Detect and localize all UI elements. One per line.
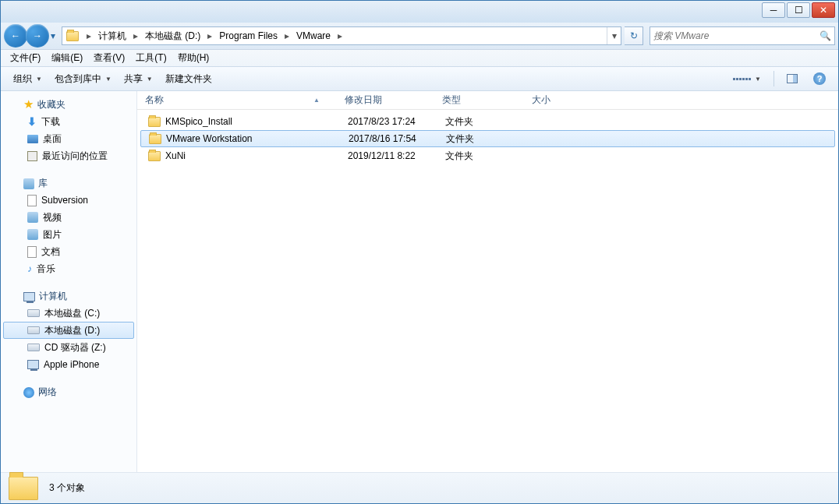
sidebar-item-iphone[interactable]: Apple iPhone: [1, 356, 136, 373]
folder-icon: [149, 134, 161, 144]
menu-file[interactable]: 文件(F): [5, 50, 45, 66]
sidebar-item-drive-c[interactable]: 本地磁盘 (C:): [1, 305, 136, 322]
new-folder-button[interactable]: 新建文件夹: [159, 69, 218, 89]
drive-icon: [27, 309, 40, 317]
body: ★收藏夹 ⬇下载 桌面 最近访问的位置 库 Subversion 视频 图片 文…: [1, 91, 838, 472]
refresh-button[interactable]: ↻: [625, 26, 643, 45]
folder-icon: [148, 117, 161, 127]
network-icon: [23, 387, 34, 398]
close-icon: ✕: [820, 5, 827, 16]
rows-container: KMSpico_Install 2017/8/23 17:24 文件夹 VMwa…: [137, 110, 838, 472]
minimize-button[interactable]: ─: [762, 2, 785, 18]
sidebar-group-favorites: ★收藏夹 ⬇下载 桌面 最近访问的位置: [1, 96, 136, 164]
title-bar: ─ ☐ ✕: [1, 1, 838, 23]
view-controls: ▼ ?: [727, 69, 832, 88]
sidebar-item-music[interactable]: ♪音乐: [1, 260, 136, 277]
preview-pane-icon: [787, 74, 798, 83]
sidebar-group-libraries: 库 Subversion 视频 图片 文档 ♪音乐: [1, 175, 136, 277]
sidebar-item-recent[interactable]: 最近访问的位置: [1, 147, 136, 164]
picture-icon: [27, 229, 38, 240]
file-row[interactable]: KMSpico_Install 2017/8/23 17:24 文件夹: [140, 113, 835, 130]
sidebar-header-computer[interactable]: 计算机: [1, 288, 136, 305]
chevron-right-icon[interactable]: ▸: [204, 27, 216, 44]
view-mode-button[interactable]: ▼: [727, 72, 767, 86]
chevron-right-icon[interactable]: ▸: [83, 27, 95, 44]
back-button[interactable]: ←: [4, 24, 27, 48]
minimize-icon: ─: [770, 5, 777, 16]
folder-icon: [9, 477, 38, 500]
view-mode-icon: [733, 78, 751, 80]
refresh-icon: ↻: [630, 30, 638, 41]
chevron-down-icon: ▼: [36, 76, 42, 83]
chevron-right-icon[interactable]: ▸: [129, 27, 142, 44]
search-icon[interactable]: 🔍: [820, 30, 831, 41]
sidebar-header-network[interactable]: 网络: [1, 384, 136, 400]
search-input[interactable]: [653, 30, 820, 41]
sidebar-item-pictures[interactable]: 图片: [1, 226, 136, 243]
chevron-down-icon: ▾: [51, 30, 55, 41]
menu-edit[interactable]: 编辑(E): [47, 50, 87, 66]
nav-buttons: ← → ▾: [4, 24, 58, 48]
folder-icon: [65, 28, 80, 44]
toolbar: 组织▼ 包含到库中▼ 共享▼ 新建文件夹 ▼ ?: [1, 66, 838, 91]
status-count: 3 个对象: [49, 481, 85, 495]
column-date[interactable]: 修改日期: [340, 93, 437, 107]
chevron-right-icon[interactable]: ▸: [281, 27, 293, 44]
menu-tools[interactable]: 工具(T): [131, 50, 171, 66]
maximize-button[interactable]: ☐: [787, 2, 810, 18]
forward-button[interactable]: →: [26, 24, 49, 48]
explorer-window: ─ ☐ ✕ ← → ▾ ▸ 计算机 ▸ 本地磁盘 (D:) ▸ Program …: [0, 0, 839, 504]
breadcrumb-vmware[interactable]: VMware: [293, 27, 334, 44]
breadcrumb-program-files[interactable]: Program Files: [216, 27, 281, 44]
computer-icon: [23, 292, 35, 301]
column-headers: 名称▲ 修改日期 类型 大小: [137, 91, 838, 110]
sidebar-header-favorites[interactable]: ★收藏夹: [1, 96, 136, 113]
help-button[interactable]: ?: [807, 69, 832, 88]
maximize-icon: ☐: [795, 5, 803, 16]
share-button[interactable]: 共享▼: [118, 69, 159, 89]
sidebar-item-drive-d[interactable]: 本地磁盘 (D:): [3, 322, 134, 339]
chevron-down-icon: ▼: [755, 76, 761, 83]
breadcrumb-drive-d[interactable]: 本地磁盘 (D:): [142, 27, 204, 44]
close-button[interactable]: ✕: [812, 2, 835, 18]
sidebar-item-videos[interactable]: 视频: [1, 209, 136, 226]
help-icon: ?: [813, 72, 826, 85]
device-icon: [27, 360, 39, 369]
folder-icon: [148, 151, 161, 161]
sidebar-group-computer: 计算机 本地磁盘 (C:) 本地磁盘 (D:) CD 驱动器 (Z:) Appl…: [1, 288, 136, 373]
file-row[interactable]: XuNi 2019/12/11 8:22 文件夹: [140, 147, 835, 164]
sidebar-group-network: 网络: [1, 384, 136, 400]
nav-history-dropdown[interactable]: ▾: [48, 24, 58, 48]
document-icon: [27, 246, 37, 258]
sidebar-item-downloads[interactable]: ⬇下载: [1, 113, 136, 130]
file-list: 名称▲ 修改日期 类型 大小 KMSpico_Install 2017/8/23…: [137, 91, 838, 472]
column-name[interactable]: 名称▲: [137, 93, 340, 107]
document-icon: [27, 195, 37, 206]
address-bar[interactable]: ▸ 计算机 ▸ 本地磁盘 (D:) ▸ Program Files ▸ VMwa…: [62, 26, 621, 45]
breadcrumb-computer[interactable]: 计算机: [95, 27, 129, 44]
music-icon: ♪: [27, 263, 32, 274]
menu-view[interactable]: 查看(V): [89, 50, 129, 66]
sidebar-item-desktop[interactable]: 桌面: [1, 130, 136, 147]
address-dropdown[interactable]: ▾: [607, 27, 621, 44]
sidebar-item-documents[interactable]: 文档: [1, 243, 136, 260]
search-box[interactable]: 🔍: [650, 26, 835, 45]
sidebar-header-libraries[interactable]: 库: [1, 175, 136, 192]
chevron-right-icon[interactable]: ▸: [334, 27, 346, 44]
sidebar-item-cd-drive[interactable]: CD 驱动器 (Z:): [1, 339, 136, 356]
file-row[interactable]: VMware Workstation 2017/8/16 17:54 文件夹: [140, 130, 835, 147]
nav-row: ← → ▾ ▸ 计算机 ▸ 本地磁盘 (D:) ▸ Program Files …: [1, 23, 838, 49]
cd-drive-icon: [27, 344, 40, 351]
column-type[interactable]: 类型: [437, 93, 527, 107]
menu-help[interactable]: 帮助(H): [173, 50, 214, 66]
sort-asc-icon: ▲: [313, 97, 320, 104]
status-bar: 3 个对象: [1, 472, 838, 503]
video-icon: [27, 212, 38, 223]
sidebar: ★收藏夹 ⬇下载 桌面 最近访问的位置 库 Subversion 视频 图片 文…: [1, 91, 137, 472]
organize-button[interactable]: 组织▼: [7, 69, 48, 89]
column-size[interactable]: 大小: [527, 93, 589, 107]
include-in-library-button[interactable]: 包含到库中▼: [48, 69, 118, 89]
recent-icon: [27, 151, 37, 161]
sidebar-item-subversion[interactable]: Subversion: [1, 192, 136, 209]
preview-pane-button[interactable]: [781, 71, 804, 86]
